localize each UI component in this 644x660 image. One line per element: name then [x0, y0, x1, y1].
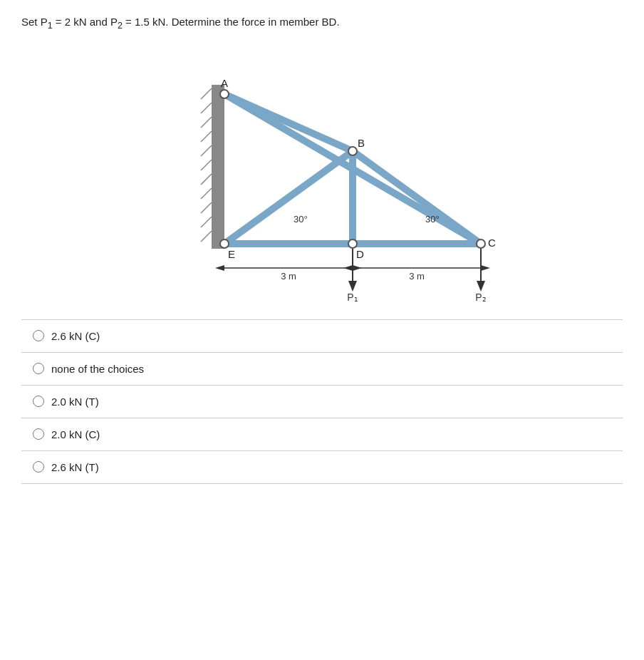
- pin-e: [220, 239, 229, 248]
- arrow-right-2: [481, 265, 490, 271]
- choice-label-4: 2.0 kN (C): [51, 428, 100, 440]
- choice-item-3[interactable]: 2.0 kN (T): [21, 386, 623, 418]
- pin-d: [348, 239, 357, 248]
- angle-30-left: 30°: [294, 214, 308, 225]
- angle-30-right: 30°: [425, 214, 440, 225]
- choice-label-3: 2.0 kN (T): [51, 396, 99, 408]
- choice-item-2[interactable]: none of the choices: [21, 353, 623, 386]
- p2-label: P₂: [475, 292, 486, 302]
- member-bc: [353, 151, 481, 244]
- pin-b: [348, 147, 357, 155]
- dim-label-3m-right: 3 m: [409, 271, 425, 282]
- svg-line-7: [201, 188, 212, 199]
- choice-item-5[interactable]: 2.6 kN (T): [21, 451, 623, 484]
- choice-radio-2[interactable]: [33, 363, 44, 374]
- p1-label: P₁: [347, 292, 358, 302]
- choice-radio-4[interactable]: [33, 428, 44, 440]
- label-b: B: [358, 137, 365, 149]
- svg-line-2: [201, 117, 212, 128]
- pin-a: [220, 90, 229, 98]
- pin-c: [477, 239, 485, 248]
- arrow-left-1: [215, 265, 224, 271]
- choice-label-5: 2.6 kN (T): [51, 461, 99, 473]
- svg-line-3: [201, 131, 212, 142]
- label-e: E: [228, 248, 235, 260]
- choice-item-1[interactable]: 2.6 kN (C): [21, 320, 623, 353]
- truss-diagram: A B C D E 30° 30° 3 m 3 m P₁ P₂: [101, 46, 543, 302]
- svg-line-9: [201, 217, 212, 227]
- dim-label-3m-left: 3 m: [281, 271, 296, 282]
- svg-line-8: [201, 202, 212, 213]
- choices-list: 2.6 kN (C) none of the choices 2.0 kN (T…: [21, 319, 623, 484]
- wall-bar: [212, 85, 224, 249]
- choice-radio-3[interactable]: [33, 396, 44, 407]
- choice-radio-5[interactable]: [33, 461, 44, 473]
- svg-line-1: [201, 103, 212, 113]
- choice-item-4[interactable]: 2.0 kN (C): [21, 418, 623, 451]
- svg-line-0: [201, 88, 212, 99]
- choice-label-2: none of the choices: [51, 363, 144, 375]
- choice-label-1: 2.6 kN (C): [51, 330, 100, 342]
- svg-line-6: [201, 174, 212, 185]
- label-a: A: [221, 77, 228, 89]
- p1-arrow-head: [348, 281, 357, 292]
- member-be: [224, 151, 353, 244]
- svg-line-10: [201, 231, 212, 242]
- svg-line-5: [201, 160, 212, 170]
- choice-radio-1[interactable]: [33, 330, 44, 341]
- diagram-container: A B C D E 30° 30° 3 m 3 m P₁ P₂: [21, 46, 623, 302]
- p2-arrow-head: [477, 281, 485, 292]
- question-text: Set P1 = 2 kN and P2 = 1.5 kN. Determine…: [21, 14, 623, 33]
- arrow-left-2: [343, 265, 353, 271]
- svg-line-4: [201, 145, 212, 156]
- label-c: C: [488, 237, 496, 249]
- label-d: D: [356, 248, 364, 260]
